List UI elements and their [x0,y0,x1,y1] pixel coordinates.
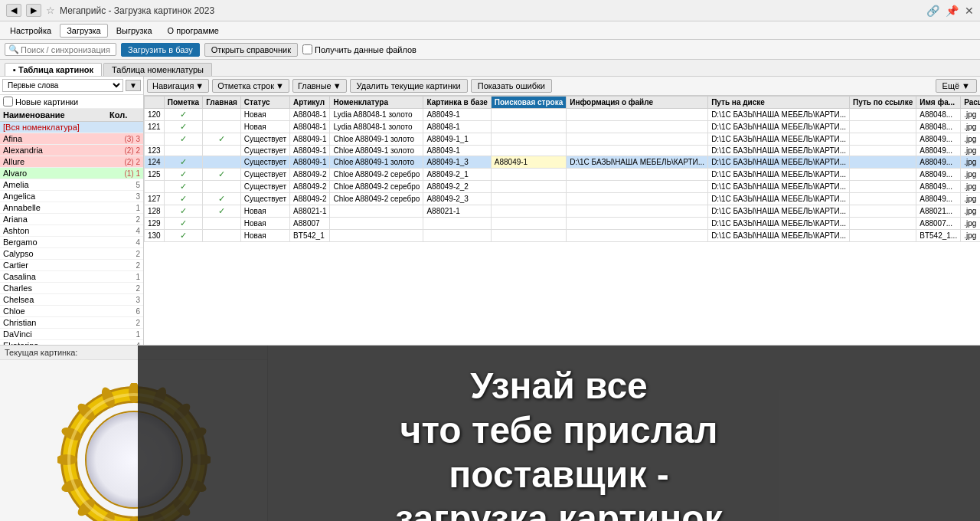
forward-button[interactable]: ▶ [26,4,41,17]
table-row[interactable]: ✓СуществуетA88049-2Chloe A88049-2 серебр… [145,181,981,193]
left-list-item[interactable]: Calypso2 [0,248,143,260]
main-table: Пометка Главная Статус Артикул Номенклат… [144,96,980,242]
left-toolbar: Первые слова ▼ [0,77,143,95]
left-item-name: Chloe [3,306,136,316]
th-filename: Имя фа... [916,97,961,109]
back-button[interactable]: ◀ [6,4,21,17]
left-list-item[interactable]: Bergamo4 [0,237,143,248]
left-item-name: [Вся номенклатура] [3,123,140,132]
get-files-checkbox[interactable] [302,44,312,54]
left-list-item[interactable]: Ariana2 [0,214,143,225]
left-item-count: 2 [136,215,140,224]
get-files-checkbox-label[interactable]: Получить данные файлов [302,44,416,54]
filter-arrow-button[interactable]: ▼ [126,80,141,91]
left-list-item[interactable]: Alvaro(1) 1 [0,168,143,179]
left-list-item[interactable]: Christian2 [0,317,143,329]
tab-strip: ▪ Таблица картинок Таблица номенклатуры [0,60,980,77]
main-button[interactable]: Главные ▼ [292,79,347,93]
left-item-count: 4 [136,238,140,247]
table-row[interactable]: 127✓✓СуществуетA88049-2Chloe A88049-2 се… [145,193,981,205]
search-input[interactable] [21,45,113,54]
left-item-name: Ashton [3,226,136,235]
menu-export[interactable]: Выгрузка [109,24,159,38]
left-list-item[interactable]: Alexandria(2) 2 [0,145,143,156]
window-title: Мегаприйс - Загрузка картинок 2023 [60,5,214,16]
left-list-item[interactable]: Cartier2 [0,260,143,271]
th-info: Информация о файле [567,97,708,109]
title-bar: ◀ ▶ ☆ Мегаприйс - Загрузка картинок 2023… [0,0,980,21]
left-list-item[interactable]: Amelia5 [0,179,143,191]
left-item-count: (3) 3 [124,135,140,143]
left-item-name: Calypso [3,249,136,258]
left-list-item[interactable]: Afina(3) 3 [0,133,143,145]
table-row[interactable]: ✓✓СуществуетA88049-1Chloe A88049-1 золот… [145,133,981,146]
left-item-name: Christian [3,318,136,327]
table-container: Пометка Главная Статус Артикул Номенклат… [144,96,980,345]
left-list-item[interactable]: [Вся номенклатура] [0,122,143,133]
left-list-item[interactable]: Allure(2) 2 [0,156,143,168]
left-list-item[interactable]: Chelsea3 [0,294,143,306]
th-search: Поисковая строка [491,97,566,109]
new-images-checkbox[interactable] [3,97,13,106]
left-item-count: 2 [136,261,140,270]
left-item-name: Annabelle [3,203,136,212]
more-button[interactable]: Ещё ▼ [936,79,977,93]
th-ext: Расши... [961,97,980,109]
left-item-count: 3 [136,296,140,304]
table-row[interactable]: 130✓НоваяBT542_1D:\1С БАЗЫ\НАША МЕБЕЛЬ\К… [145,230,981,242]
tab-nomenclature[interactable]: Таблица номенклатуры [103,63,212,76]
left-item-count: 1 [136,330,140,339]
bookmark-icon[interactable]: ☆ [46,5,55,16]
delete-images-button[interactable]: Удалить текущие картинки [350,79,468,93]
col-name-header: Наименование [3,110,109,120]
search-icon: 🔍 [8,44,19,54]
th-article: Артикул [290,97,330,109]
overlay: Узнай всечто тебе прислалпоставщик -загр… [138,346,980,521]
left-list-item[interactable]: Casalina1 [0,271,143,283]
left-item-count: 6 [136,307,140,316]
left-item-name: Amelia [3,180,136,189]
table-row[interactable]: 120✓НоваяA88048-1Lydia A88048-1 золотоA8… [145,109,981,121]
show-errors-button[interactable]: Показать ошибки [471,79,552,93]
table-row[interactable]: 128✓✓НоваяA88021-1A88021-1D:\1С БАЗЫ\НАШ… [145,205,981,218]
left-item-name: Afina [3,134,124,143]
right-content: Навигация ▼ Отметка строк ▼ Главные ▼ Уд… [144,77,980,345]
menu-settings[interactable]: Настройка [3,24,58,38]
left-item-count: 5 [136,181,140,189]
table-row[interactable]: 124✓СуществуетA88049-1Chloe A88049-1 зол… [145,156,981,169]
left-list-item[interactable]: Ashton4 [0,225,143,237]
open-ref-button[interactable]: Открыть справочник [204,43,298,57]
tab-images[interactable]: ▪ Таблица картинок [5,63,102,76]
left-item-name: Chelsea [3,295,136,304]
lower-section: Текущая картинка: [0,345,980,521]
load-to-base-button[interactable]: Загрузить в базу [121,43,200,57]
close-icon[interactable]: ✕ [965,5,974,17]
table-row[interactable]: 121✓НоваяA88048-1Lydia A88048-1 золотоA8… [145,121,981,133]
col-count-header: Кол. [109,110,140,120]
left-list-item[interactable]: Angelica3 [0,191,143,202]
left-item-name: Cartier [3,260,136,270]
left-item-name: DaVinci [3,329,136,339]
left-list-item[interactable]: Annabelle1 [0,202,143,214]
sec-toolbar: Навигация ▼ Отметка строк ▼ Главные ▼ Уд… [144,77,980,96]
left-list-item[interactable]: Chloe6 [0,306,143,317]
table-row[interactable]: 123СуществуетA88049-1Chloe A88049-1 золо… [145,146,981,156]
search-box[interactable]: 🔍 [5,43,116,56]
nav-button[interactable]: Навигация ▼ [147,79,209,93]
mark-rows-button[interactable]: Отметка строк ▼ [212,79,289,93]
left-item-count: (2) 2 [124,158,140,166]
left-list: [Вся номенклатура]Afina(3) 3Alexandria(2… [0,122,143,345]
col-headers: Наименование Кол. [0,109,143,122]
left-item-name: Angelica [3,192,136,201]
menu-about[interactable]: О программе [161,24,226,38]
table-row[interactable]: 125✓✓СуществуетA88049-2Chloe A88049-2 се… [145,169,981,181]
new-images-check[interactable]: Новые картинки [0,95,143,109]
left-list-item[interactable]: Charles2 [0,283,143,294]
left-item-count: 2 [136,284,140,293]
menu-load[interactable]: Загрузка [60,24,107,38]
left-item-name: Ariana [3,215,136,224]
left-list-item[interactable]: DaVinci1 [0,329,143,340]
filter-select[interactable]: Первые слова [2,79,123,92]
left-item-name: Alvaro [3,169,124,178]
table-row[interactable]: 129✓НоваяA88007D:\1С БАЗЫ\НАША МЕБЕЛЬ\КА… [145,218,981,230]
